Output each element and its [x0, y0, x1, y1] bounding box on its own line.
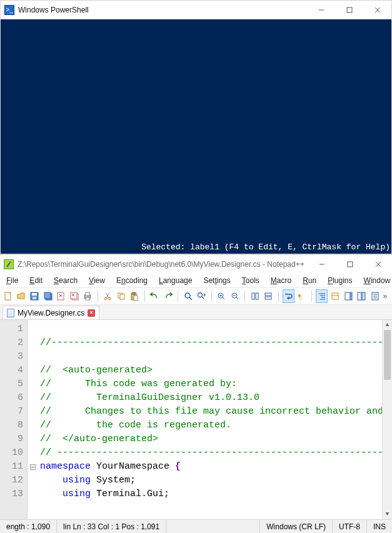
svg-rect-47: [265, 297, 271, 299]
status-eol: Windows (CR LF): [260, 520, 333, 533]
menu-macro[interactable]: Macro: [267, 275, 295, 286]
menu-window[interactable]: Window: [360, 275, 392, 286]
tool-replace-icon[interactable]: [196, 290, 206, 302]
minimize-button[interactable]: [307, 1, 335, 19]
tool-user-lang-icon[interactable]: [329, 290, 340, 302]
tool-doc-map-icon[interactable]: [343, 290, 354, 302]
close-button[interactable]: [364, 256, 392, 274]
menu-settings[interactable]: Settings: [199, 275, 234, 286]
code-view[interactable]: //--------------------------------------…: [38, 320, 382, 519]
line-number: 12: [0, 474, 23, 487]
toolbar-overflow-icon[interactable]: »: [383, 292, 389, 301]
svg-rect-14: [58, 292, 64, 300]
tab-close-icon[interactable]: ×: [88, 309, 95, 317]
tool-copy-icon[interactable]: [116, 290, 126, 302]
code-line[interactable]: // Changes to this file may cause incorr…: [40, 405, 382, 419]
menu-file[interactable]: File: [3, 275, 22, 286]
code-line[interactable]: // -------------------------------------…: [40, 446, 382, 460]
tool-zoom-out-icon[interactable]: [229, 290, 240, 302]
svg-line-34: [189, 297, 192, 300]
tool-new-icon[interactable]: [3, 290, 13, 302]
menu-run[interactable]: Run: [299, 275, 320, 286]
toolbar-separator: [98, 291, 98, 302]
menu-view[interactable]: View: [85, 275, 109, 286]
menu-edit[interactable]: Edit: [26, 275, 46, 286]
minimize-button[interactable]: [308, 256, 336, 274]
menu-search[interactable]: Search: [50, 275, 81, 286]
svg-point-35: [198, 293, 203, 297]
code-line[interactable]: // the code is regenerated.: [40, 419, 382, 432]
line-number-gutter: 12345678910111213: [0, 320, 28, 519]
tool-word-wrap-icon[interactable]: [283, 290, 294, 302]
toolbar-separator: [211, 291, 212, 302]
powershell-window: >_ Windows PowerShell Selected: label1 (…: [0, 0, 392, 254]
close-button[interactable]: [363, 1, 391, 19]
tool-undo-icon[interactable]: [149, 290, 160, 302]
scroll-thumb[interactable]: [384, 330, 391, 380]
notepadpp-title: Z:\Repos\TerminalGuiDesigner\src\bin\Deb…: [18, 260, 304, 269]
svg-rect-29: [120, 294, 124, 299]
toolbar-separator: [178, 291, 178, 302]
terminal-status-line: Selected: label1 (F4 to Edit, E, CtrlMas…: [2, 242, 390, 252]
notepadpp-menubar: File Edit Search View Encoding Language …: [0, 274, 392, 287]
file-icon: [7, 309, 14, 317]
line-number: 13: [0, 487, 23, 501]
tool-cut-icon[interactable]: [103, 290, 113, 302]
tool-sync-vscroll-icon[interactable]: [249, 290, 260, 302]
tool-doc-list-icon[interactable]: [356, 290, 367, 302]
tool-indent-guide-icon[interactable]: [316, 290, 327, 302]
svg-rect-57: [358, 292, 361, 300]
code-line[interactable]: // <auto-generated>: [40, 364, 382, 377]
line-number: 4: [0, 364, 23, 377]
tool-print-icon[interactable]: [83, 290, 93, 302]
code-line[interactable]: namespace YourNamespace {: [40, 460, 382, 474]
svg-rect-55: [345, 292, 350, 300]
code-line[interactable]: //--------------------------------------…: [40, 336, 382, 350]
tool-sync-hscroll-icon[interactable]: [263, 290, 273, 302]
tool-open-icon[interactable]: [16, 290, 26, 302]
code-line[interactable]: // </auto-generated>: [40, 432, 382, 446]
scroll-up-icon[interactable]: ▲: [383, 320, 392, 330]
tool-zoom-in-icon[interactable]: [216, 290, 227, 302]
svg-rect-44: [252, 293, 254, 299]
tab-myview-designer[interactable]: MyView.Designer.cs ×: [3, 306, 99, 319]
code-line[interactable]: [40, 350, 382, 364]
notepadpp-window: Z:\Repos\TerminalGuiDesigner\src\bin\Deb…: [0, 254, 392, 533]
tool-redo-icon[interactable]: [163, 290, 173, 302]
code-line[interactable]: // TerminalGuiDesigner v1.0.13.0: [40, 391, 382, 405]
powershell-terminal[interactable]: Selected: label1 (F4 to Edit, E, CtrlMas…: [1, 19, 391, 254]
notepadpp-titlebar[interactable]: Z:\Repos\TerminalGuiDesigner\src\bin\Deb…: [0, 255, 392, 274]
vertical-scrollbar[interactable]: ▲ ▼: [382, 320, 392, 519]
svg-line-36: [202, 297, 204, 299]
code-line[interactable]: // This code was generated by:: [40, 377, 382, 391]
svg-rect-32: [134, 296, 138, 301]
tool-save-icon[interactable]: [29, 290, 40, 302]
line-number: 8: [0, 419, 23, 432]
status-caret: lin Ln : 33 Col : 1 Pos : 1,091: [57, 520, 166, 533]
menu-tools[interactable]: Tools: [238, 275, 263, 286]
tool-show-all-chars-icon[interactable]: ¶: [296, 290, 307, 302]
code-line[interactable]: using Terminal.Gui;: [40, 487, 382, 501]
tool-save-all-icon[interactable]: [43, 290, 53, 302]
code-line[interactable]: using System;: [40, 474, 382, 487]
fold-column: [28, 320, 38, 519]
tool-close-icon[interactable]: [56, 290, 66, 302]
fold-toggle-icon[interactable]: [30, 464, 36, 470]
menu-encoding[interactable]: Encoding: [113, 275, 151, 286]
menu-language[interactable]: Language: [155, 275, 196, 286]
notepadpp-toolbar: ¶ »: [0, 287, 392, 305]
powershell-title: Windows PowerShell: [18, 6, 89, 14]
svg-rect-11: [33, 297, 36, 299]
line-number: 10: [0, 446, 23, 460]
tool-close-all-icon[interactable]: [69, 290, 79, 302]
maximize-button[interactable]: [336, 256, 364, 274]
powershell-titlebar[interactable]: >_ Windows PowerShell: [1, 1, 391, 19]
tool-find-icon[interactable]: [183, 290, 193, 302]
maximize-button[interactable]: [335, 1, 363, 19]
tool-func-list-icon[interactable]: [369, 290, 380, 302]
menu-plugins[interactable]: Plugins: [324, 275, 356, 286]
svg-rect-1: [347, 7, 352, 12]
scroll-down-icon[interactable]: ▼: [383, 509, 392, 519]
code-line[interactable]: [40, 322, 382, 336]
tool-paste-icon[interactable]: [129, 290, 140, 302]
